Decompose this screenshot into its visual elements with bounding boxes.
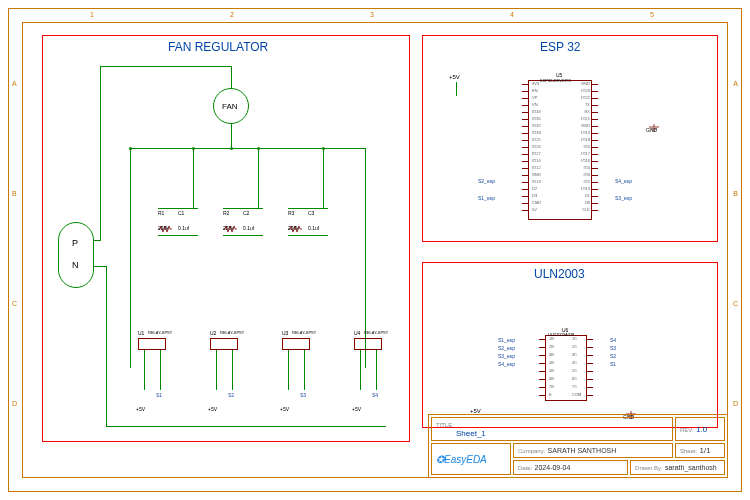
pin-label: 3C [572,352,577,357]
pin [522,105,528,106]
ruler-row: D [12,400,17,407]
wire [158,208,198,209]
pin-label: IO5 [570,144,590,149]
resistor [158,218,172,224]
pin-label: 4B [549,360,554,365]
title-block: TITLE:Sheet_1REV: 1.0 ✪EasyEDACompany: S… [428,414,728,478]
easyeda-logo: ✪EasyEDA [436,454,487,465]
pin-label: 2C [572,344,577,349]
company-val: SARATH SANTHOSH [548,447,617,454]
pin [592,154,598,155]
pin-label: IO2 [570,179,590,184]
pin-label: IO32 [532,123,541,128]
pin [522,112,528,113]
wire [288,208,328,209]
pin-label: D3 [532,193,537,198]
pin-label: CMD [532,200,541,205]
pin-label: IO22 [570,95,590,100]
pin [522,98,528,99]
net-out: S2 [610,353,616,359]
wire [144,350,145,390]
net-s3esp: S3_esp [615,195,632,201]
esp32-ic [528,80,592,220]
pin-label: 7B [549,384,554,389]
pin-label: 7C [572,384,577,389]
company-lbl: Company: [518,448,545,454]
pin-label: 2B [549,344,554,349]
pin-label: IO18 [570,137,590,142]
wire [231,124,232,148]
pin-label: 5V [532,207,537,212]
r-ref: R3 [288,210,294,216]
pin-label: EN [532,88,538,93]
resistor [223,218,237,224]
pin-label: GND [570,123,590,128]
pin [539,379,545,380]
pin-label: GND [570,81,590,86]
ruler-row: B [12,190,17,197]
wire [193,148,194,208]
pin-label: IO12 [532,165,541,170]
pwr-5v: +5V [352,406,361,412]
junction [257,147,260,150]
pin-label: RX [570,109,590,114]
pin-label: VP [532,95,537,100]
gnd-icon [625,405,637,413]
c-val: 0.1uf [178,225,189,231]
wire [94,266,106,267]
c-ref: C1 [178,210,184,216]
junction [230,147,233,150]
pin [592,182,598,183]
pin-label: TX [570,102,590,107]
wire [158,235,198,236]
pin-label: IO14 [532,158,541,163]
ruler-row: B [733,190,738,197]
pin [592,91,598,92]
pin-label: GND [532,172,541,177]
pin [522,119,528,120]
ruler-col: 4 [510,11,514,18]
pin [587,371,593,372]
pin [522,203,528,204]
pin [592,210,598,211]
pwr-5v: +5V [280,406,289,412]
relay-type: RELAY-SPST [220,330,244,335]
pin-label: IO35 [532,116,541,121]
wire [288,235,328,236]
sheet-val: 1/1 [700,446,711,455]
drawn-lbl: Drawn By: [635,465,663,471]
pwr-5v: +5V [449,74,460,80]
pin [522,175,528,176]
wire [304,350,305,390]
relay-ref: U1 [138,330,144,336]
pin-label: IO26 [532,144,541,149]
pin [592,196,598,197]
pn-p: P [72,238,78,248]
c-ref: C3 [308,210,314,216]
ruler-row: C [12,300,17,307]
relay-sw: S4 [372,392,378,398]
pin [539,363,545,364]
pin [587,347,593,348]
net-s1esp: S1_esp [478,195,495,201]
fan-regulator-title: FAN REGULATOR [168,40,268,54]
ruler-col: 5 [650,11,654,18]
pin-label: IO19 [570,130,590,135]
net-out: S3 [610,345,616,351]
title-lbl: TITLE: [436,422,454,428]
relay-ref: U4 [354,330,360,336]
pin-label: IO0 [570,172,590,177]
wire [360,350,361,390]
pin [592,84,598,85]
pin [539,371,545,372]
wire [288,350,289,390]
relay-sw: S1 [156,392,162,398]
ruler-row: A [12,80,17,87]
pin [592,112,598,113]
wire [223,235,263,236]
pin-label: IO25 [532,137,541,142]
rev-lbl: REV: [680,427,694,433]
pin [522,147,528,148]
gnd-label: GND [646,127,657,133]
wire [365,148,366,368]
